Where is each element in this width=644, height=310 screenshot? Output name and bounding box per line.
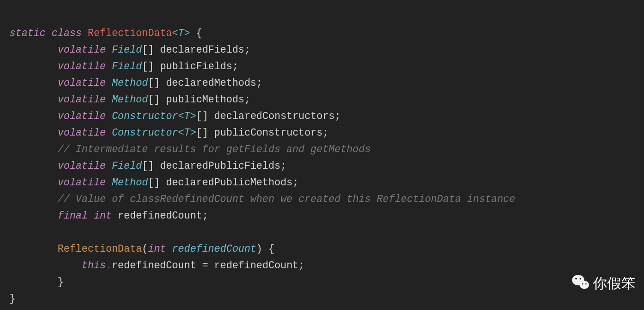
keyword-volatile: volatile [58,94,106,105]
semicolon: ; [244,44,250,55]
svg-point-4 [582,283,583,285]
watermark-text: 你假笨 [593,274,635,293]
semicolon: ; [335,110,341,122]
type-name: Method [112,94,148,105]
semicolon: ; [202,210,208,221]
field-name: declaredFields [160,44,244,55]
wechat-icon [571,273,590,295]
semicolon: ; [244,94,250,105]
code-line: this.redefinedCount = redefinedCount; [9,260,304,271]
code-line: static class ReflectionData<T> { [9,27,202,39]
brace-close: } [58,276,64,288]
field-ref: redefinedCount [112,260,196,271]
code-line: volatile Field[] declaredPublicFields; [9,160,286,172]
array-brackets: [] [142,44,154,55]
type-name: Field [112,160,142,172]
code-line: final int redefinedCount; [9,210,208,221]
keyword-int: int [94,210,112,221]
type-name: Constructor [112,127,178,138]
semicolon: ; [293,177,299,188]
brace-close: } [9,293,16,304]
semicolon: ; [298,260,304,271]
keyword-volatile: volatile [58,110,106,122]
keyword-volatile: volatile [58,77,106,89]
keyword-final: final [58,210,88,221]
field-name: redefinedCount [118,210,202,221]
array-brackets: [] [142,160,154,172]
type-name: Method [112,177,148,188]
generic-param: <T> [178,127,196,138]
svg-point-2 [575,278,577,280]
array-brackets: [] [196,127,208,138]
class-name: ReflectionData [88,27,172,39]
code-line: volatile Constructor<T>[] declaredConstr… [9,110,340,122]
code-line: // Intermediate results for getFields an… [9,144,371,155]
watermark: 你假笨 [571,273,635,295]
assign-op: = [196,260,214,271]
field-name: declaredPublicMethods [166,177,293,188]
keyword-volatile: volatile [58,61,106,72]
field-name: declaredConstructors [214,110,334,122]
keyword-this: this [82,260,106,271]
code-line: ReflectionData(int redefinedCount) { [9,243,275,255]
code-line: volatile Method[] publicMethods; [9,94,250,105]
keyword-volatile: volatile [58,177,106,188]
comment: // Intermediate results for getFields an… [58,144,371,155]
comment: // Value of classRedefinedCount when we … [58,193,515,205]
dot: . [106,260,112,271]
semicolon: ; [256,77,262,89]
code-block: static class ReflectionData<T> { volatil… [0,0,644,307]
code-line: } [9,293,16,304]
semicolon: ; [280,160,286,172]
keyword-volatile: volatile [58,44,106,55]
keyword-static: static [9,27,45,39]
brace-open: { [190,27,202,39]
type-name: Method [112,77,148,89]
field-name: publicMethods [166,94,244,105]
field-name: declaredMethods [166,77,257,89]
array-brackets: [] [148,77,160,89]
keyword-volatile: volatile [58,127,106,138]
code-line: } [9,276,63,288]
field-name: publicFields [160,61,233,72]
svg-point-1 [580,281,589,289]
code-line: volatile Constructor<T>[] publicConstruc… [9,127,329,138]
svg-point-3 [580,278,581,280]
generic-param: <T> [178,110,196,122]
constructor-name: ReflectionData [58,243,142,255]
type-name: Field [112,61,142,72]
paren-close: ) [256,243,262,255]
code-line: volatile Method[] declaredMethods; [9,77,262,89]
type-name: Field [112,44,142,55]
generic-param: <T> [172,27,190,39]
code-line: volatile Method[] declaredPublicMethods; [9,177,298,188]
semicolon: ; [322,127,329,138]
array-brackets: [] [148,177,160,188]
semicolon: ; [232,61,238,72]
keyword-volatile: volatile [58,160,106,172]
code-line: volatile Field[] declaredFields; [9,44,250,55]
field-name: publicConstructors [214,127,322,138]
array-brackets: [] [196,110,208,122]
code-line: // Value of classRedefinedCount when we … [9,193,515,205]
svg-point-5 [585,283,587,285]
param-name: redefinedCount [172,243,256,255]
keyword-int: int [148,243,166,255]
brace-open: { [262,243,274,255]
keyword-class: class [52,27,82,39]
array-brackets: [] [148,94,160,105]
code-line: volatile Field[] publicFields; [9,61,238,72]
value-ref: redefinedCount [214,260,298,271]
field-name: declaredPublicFields [160,160,280,172]
array-brackets: [] [142,61,154,72]
type-name: Constructor [112,110,178,122]
paren-open: ( [142,243,148,255]
